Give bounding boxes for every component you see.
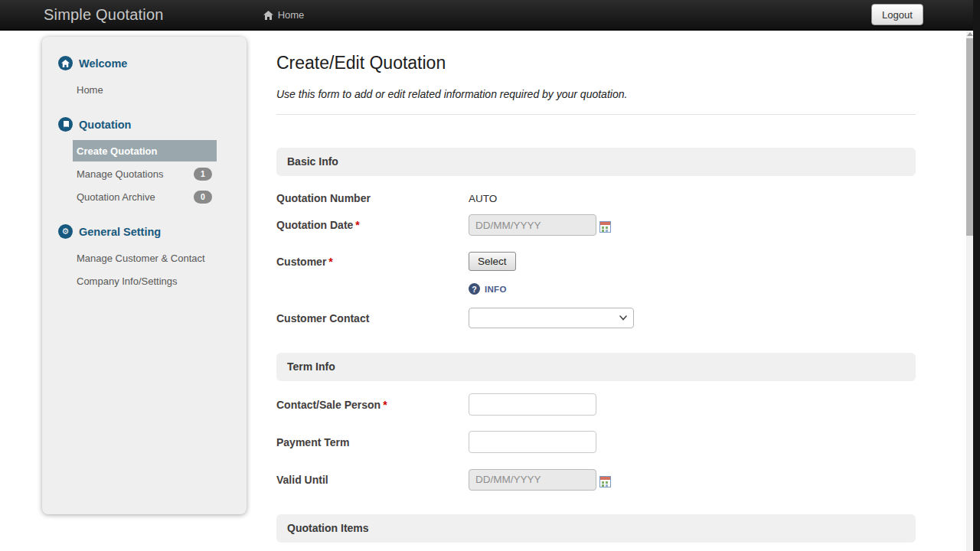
page-subtitle: Use this form to add or edit related inf…	[276, 88, 916, 100]
sidebar: Welcome Home Quotation Create Quotation …	[42, 37, 247, 514]
required-asterisk: *	[383, 399, 387, 411]
label-text: Contact/Sale Person	[276, 399, 381, 411]
sidebar-item-label: Manage Customer & Contact	[77, 253, 205, 264]
chevron-down-icon	[619, 315, 627, 321]
scrollbar-thumb[interactable]	[966, 38, 973, 236]
contact-sale-person-input[interactable]	[469, 393, 596, 416]
customer-contact-label: Customer Contact	[276, 312, 469, 324]
sidebar-title-quotation: Quotation	[79, 119, 131, 131]
field-row-valid-until: Valid Until	[276, 468, 916, 491]
section-header-basic-info: Basic Info	[276, 148, 916, 176]
valid-until-control	[469, 469, 611, 491]
customer-contact-select[interactable]	[469, 308, 634, 328]
sidebar-item-company-info-settings[interactable]: Company Info/Settings	[73, 270, 217, 292]
customer-info-link[interactable]: ? INFO	[469, 283, 507, 295]
sidebar-title-welcome: Welcome	[79, 57, 127, 70]
book-circle-icon	[58, 117, 73, 132]
quotation-number-label: Quotation Number	[276, 192, 469, 204]
quotation-date-control	[469, 214, 611, 236]
gears-circle-icon: ⚙	[58, 224, 73, 239]
sidebar-title-general-setting: General Setting	[79, 226, 161, 238]
label-text: Customer	[276, 256, 326, 268]
home-circle-icon	[58, 56, 73, 70]
section-header-term-info: Term Info	[276, 353, 916, 381]
count-badge: 0	[194, 191, 212, 204]
field-row-payment-term: Payment Term	[276, 431, 916, 453]
required-asterisk: *	[328, 256, 332, 268]
sidebar-heading-general-setting: ⚙ General Setting	[42, 224, 247, 239]
home-icon	[263, 11, 273, 20]
required-asterisk: *	[355, 219, 359, 231]
sidebar-heading-welcome: Welcome	[42, 56, 247, 70]
top-navbar: Simple Quotation Home Logout	[0, 0, 980, 31]
sidebar-heading-quotation: Quotation	[42, 117, 247, 132]
field-row-customer: Customer* Select	[276, 252, 916, 271]
customer-select-button[interactable]: Select	[469, 252, 516, 271]
valid-until-input[interactable]	[469, 469, 596, 491]
app-brand[interactable]: Simple Quotation	[44, 6, 164, 24]
sidebar-item-create-quotation[interactable]: Create Quotation	[73, 140, 217, 161]
sidebar-item-label: Create Quotation	[77, 145, 157, 157]
sidebar-item-manage-quotations[interactable]: Manage Quotations 1	[73, 163, 217, 184]
scrollbar-up-arrow-icon[interactable]	[967, 32, 973, 36]
section-header-quotation-items: Quotation Items	[276, 514, 916, 543]
quotation-date-label: Quotation Date*	[276, 219, 469, 231]
question-circle-icon: ?	[469, 283, 480, 295]
payment-term-label: Payment Term	[276, 436, 469, 448]
contact-sale-person-label: Contact/Sale Person*	[276, 399, 469, 411]
sidebar-item-label: Home	[77, 84, 103, 96]
customer-label: Customer*	[276, 256, 469, 268]
sidebar-item-quotation-archive[interactable]: Quotation Archive 0	[73, 186, 217, 207]
vertical-scrollbar[interactable]	[966, 31, 973, 551]
calendar-icon[interactable]	[599, 476, 611, 487]
logout-button[interactable]: Logout	[871, 4, 923, 25]
sidebar-item-label: Quotation Archive	[77, 191, 155, 203]
info-link-label: INFO	[485, 285, 507, 294]
main-content: Create/Edit Quotation Use this form to a…	[276, 46, 916, 543]
window-right-edge	[973, 0, 980, 551]
sidebar-item-label: Company Info/Settings	[77, 276, 178, 287]
sidebar-item-manage-customer-contact[interactable]: Manage Customer & Contact	[73, 247, 217, 269]
divider	[276, 114, 916, 115]
payment-term-input[interactable]	[469, 431, 596, 453]
navbar-home-link[interactable]: Home	[263, 9, 305, 21]
quotation-number-value: AUTO	[469, 193, 497, 204]
navbar-home-label: Home	[278, 9, 305, 21]
sidebar-section-general-setting: ⚙ General Setting Manage Customer & Cont…	[42, 224, 247, 292]
field-row-customer-contact: Customer Contact	[276, 308, 916, 328]
sidebar-item-home[interactable]: Home	[73, 79, 217, 100]
quotation-date-input[interactable]	[469, 214, 596, 236]
page-title: Create/Edit Quotation	[276, 52, 916, 73]
count-badge: 1	[194, 168, 212, 181]
customer-info-row: ? INFO	[276, 283, 916, 295]
sidebar-item-label: Manage Quotations	[77, 168, 163, 180]
field-row-quotation-number: Quotation Number AUTO	[276, 191, 916, 206]
field-row-contact-sale-person: Contact/Sale Person*	[276, 393, 916, 416]
label-text: Quotation Date	[276, 219, 353, 231]
calendar-icon[interactable]	[599, 221, 611, 233]
valid-until-label: Valid Until	[276, 474, 469, 486]
sidebar-section-quotation: Quotation Create Quotation Manage Quotat…	[42, 117, 247, 207]
sidebar-section-welcome: Welcome Home	[42, 56, 247, 100]
field-row-quotation-date: Quotation Date*	[276, 214, 916, 236]
